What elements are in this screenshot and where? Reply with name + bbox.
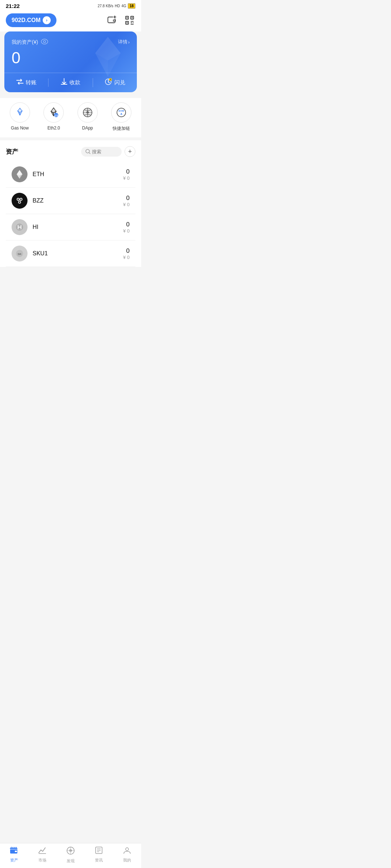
add-asset-button[interactable]: + [125,146,135,157]
svg-point-15 [43,41,46,43]
eth-cny: ¥ 0 [123,175,130,181]
eth-token-balance: 0 ¥ 0 [123,168,130,181]
token-item-hi[interactable]: HI 0 ¥ 0 [6,214,135,241]
header-icons [106,14,135,26]
receive-icon [61,78,67,87]
receive-label: 收款 [70,79,80,86]
assets-title: 资产 [6,148,18,156]
gas-now-button[interactable]: Gas Now [10,102,30,132]
bzz-token-icon [12,193,28,209]
svg-point-52 [17,199,19,200]
dapp-label: DApp [82,125,93,131]
status-bar: 21:22 27.8 KB/s HD 4G 18 [0,0,141,10]
asset-label-text: 我的资产(¥) [12,39,38,46]
svg-rect-8 [127,22,128,24]
svg-point-14 [41,39,48,44]
search-bar: + [81,146,135,157]
hi-amount: 0 [123,221,130,228]
asset-label: 我的资产(¥) [12,39,48,46]
token-item-sku1[interactable]: SK SKU1 0 ¥ 0 [6,241,135,267]
eth2-label: Eth2.0 [47,125,60,131]
dapp-icon [77,102,98,123]
status-icons: 27.8 KB/s HD 4G 18 [98,3,135,9]
gas-now-label: Gas Now [11,125,29,131]
bzz-token-balance: 0 ¥ 0 [123,195,130,207]
speed-indicator: 27.8 KB/s [98,4,113,8]
brand-label: 902D.COM [12,17,41,24]
svg-text:2.0: 2.0 [54,114,58,117]
status-time: 21:22 [6,3,20,9]
sku1-token-balance: 0 ¥ 0 [123,247,130,260]
quick-chain-icon: EVM [111,102,131,123]
svg-rect-7 [127,17,128,18]
eth-token-icon [12,166,28,182]
eth-watermark [86,35,130,86]
sku1-cny: ¥ 0 [123,255,130,260]
assets-section: 资产 + ETH [0,140,141,267]
quick-actions: Gas Now 2.0 Eth2.0 [0,98,141,137]
search-input[interactable] [92,149,117,154]
gas-now-icon [10,102,30,123]
eye-icon[interactable] [41,39,48,46]
scan-button[interactable] [124,14,135,26]
quick-chain-button[interactable]: EVM 快捷加链 [111,102,131,132]
transfer-icon [16,78,24,87]
eth-token-name: ETH [33,171,123,178]
token-item-eth[interactable]: ETH 0 ¥ 0 [6,161,135,188]
eth-amount: 0 [123,168,130,175]
battery-icon: 18 [128,3,135,9]
svg-text:SK: SK [17,252,21,256]
header: 902D.COM › [0,10,141,31]
bzz-amount: 0 [123,195,130,202]
hi-token-name: HI [33,224,123,230]
add-wallet-button[interactable] [106,14,118,26]
svg-line-45 [89,153,90,154]
transfer-button[interactable]: 转账 [4,78,49,87]
svg-rect-9 [132,17,133,18]
quick-chain-label: 快捷加链 [113,125,130,132]
hi-token-icon [12,219,28,235]
svg-point-54 [19,201,20,203]
eth2-icon: 2.0 [43,102,64,123]
search-input-wrap[interactable] [81,147,122,157]
sku1-token-name: SKU1 [33,250,123,257]
bzz-cny: ¥ 0 [123,202,130,207]
svg-point-53 [20,199,22,200]
token-item-bzz[interactable]: BZZ 0 ¥ 0 [6,188,135,214]
search-icon [85,149,91,154]
sku1-amount: 0 [123,247,130,255]
bzz-token-name: BZZ [33,197,123,204]
hi-cny: ¥ 0 [123,228,130,234]
bottom-spacer [0,267,141,296]
transfer-label: 转账 [26,79,37,86]
sku1-token-icon: SK [12,246,28,261]
brand-arrow-icon: › [43,16,51,24]
assets-header: 资产 + [6,146,135,157]
eth2-button[interactable]: 2.0 Eth2.0 [43,102,64,132]
token-list: ETH 0 ¥ 0 BZZ 0 ¥ 0 [6,161,135,267]
brand-button[interactable]: 902D.COM › [6,13,56,27]
svg-text:EVM: EVM [119,110,124,112]
hd-badge: HD [115,4,120,8]
hi-token-balance: 0 ¥ 0 [123,221,130,234]
network-badge: 4G [122,4,126,8]
dapp-button[interactable]: DApp [77,102,98,132]
asset-card: 我的资产(¥) 详情 › 0 [4,31,137,92]
